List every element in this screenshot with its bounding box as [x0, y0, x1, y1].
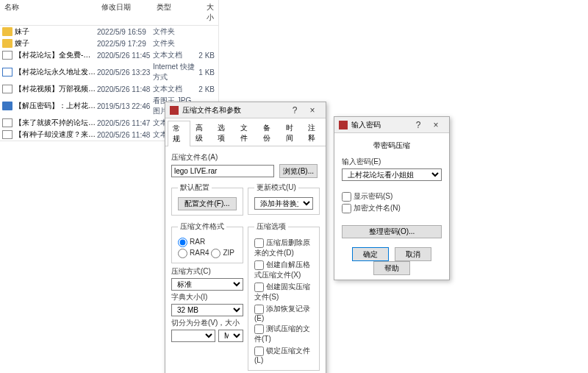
col-name[interactable]: 名称 [0, 0, 97, 25]
close-icon[interactable]: × [427, 120, 445, 130]
file-date: 2020/5/26 11:47 [97, 119, 153, 127]
password-dialog: 输入密码 ? × 带密码压缩 输入密码(E) 上村花论坛看小姐姐 显示密码(S)… [334, 116, 450, 280]
tab-5[interactable]: 时间 [281, 120, 304, 146]
format-legend: 压缩文件格式 [178, 221, 226, 232]
img-icon [2, 102, 12, 110]
option-4-checkbox[interactable] [254, 324, 264, 334]
method-select[interactable]: 标准 [171, 278, 243, 291]
file-date: 2020/5/26 11:45 [97, 51, 153, 60]
file-name: 妹子 [15, 26, 97, 37]
tab-3[interactable]: 文件 [235, 120, 258, 146]
col-type[interactable]: 类型 [152, 0, 196, 25]
archive-name-label: 压缩文件名(A) [171, 152, 320, 163]
folder-icon [2, 27, 12, 36]
col-size[interactable]: 大小 [196, 0, 218, 25]
option-1[interactable]: 创建自解压格式压缩文件(X) [254, 260, 313, 280]
url-icon [2, 68, 12, 77]
option-5-checkbox[interactable] [254, 347, 264, 356]
option-3[interactable]: 添加恢复记录(E) [254, 304, 313, 322]
table-row[interactable]: 【村花论坛】全免费-无套路-最新版.txt2020/5/26 11:45文本文档… [0, 49, 218, 61]
txt-icon [2, 85, 12, 93]
show-password[interactable]: 显示密码(S) [342, 191, 442, 202]
file-name: 【有种子却没速度？来村花论坛人工加... [15, 129, 97, 140]
organize-passwords-button[interactable]: 整理密码(O)... [342, 225, 442, 238]
update-mode-select[interactable]: 添加并替换文件 [254, 197, 313, 210]
close-icon[interactable]: × [304, 105, 321, 116]
file-date: 2019/5/13 22:46 [97, 102, 153, 110]
split-size-select[interactable] [171, 330, 215, 342]
dialog-title: 输入密码 [351, 120, 409, 130]
table-row[interactable]: 【村花视频】万部视频免费在线看.txt2020/5/26 11:48文本文档2 … [0, 83, 218, 95]
option-4[interactable]: 测试压缩的文件(T) [254, 324, 313, 344]
browse-button[interactable]: 浏览(B)... [279, 164, 318, 178]
txt-icon [2, 51, 12, 60]
tab-0[interactable]: 常规 [168, 121, 190, 146]
tab-1[interactable]: 高级 [190, 120, 213, 146]
archive-name-input[interactable] [171, 165, 274, 177]
method-label: 压缩方式(C) [171, 266, 243, 277]
option-1-checkbox[interactable] [254, 260, 264, 270]
cancel-button[interactable]: 取消 [395, 247, 431, 261]
col-date[interactable]: 修改日期 [97, 0, 153, 25]
table-row[interactable]: 嫂子2022/5/9 17:29文件夹 [0, 38, 218, 49]
file-date: 2020/5/26 11:48 [97, 85, 153, 93]
file-size: 2 KB [197, 51, 215, 60]
help-icon[interactable]: ? [286, 105, 304, 116]
password-heading: 带密码压缩 [342, 141, 442, 151]
format-rar[interactable]: RAR [178, 238, 237, 247]
password-label: 输入密码(E) [342, 157, 442, 167]
format-group: 压缩文件格式 RAR RAR4 ZIP [171, 221, 243, 263]
txt-icon [2, 130, 12, 139]
tab-4[interactable]: 备份 [258, 120, 281, 146]
options-group: 压缩选项 压缩后删除原来的文件(D)创建自解压格式压缩文件(X)创建固实压缩文件… [248, 221, 320, 371]
encrypt-names[interactable]: 加密文件名(N) [342, 203, 442, 213]
table-row[interactable]: 妹子2022/5/9 16:59文件夹 [0, 26, 218, 38]
format-rar4[interactable]: RAR4 [178, 249, 209, 257]
app-icon [339, 121, 348, 129]
dict-select[interactable]: 32 MB [171, 304, 243, 316]
app-icon [170, 106, 179, 115]
password-input[interactable]: 上村花论坛看小姐姐 [342, 168, 442, 181]
option-5[interactable]: 锁定压缩文件(L) [254, 346, 313, 364]
option-0[interactable]: 压缩后删除原来的文件(D) [254, 238, 313, 258]
file-type: Internet 快捷方式 [153, 62, 197, 82]
dict-label: 字典大小(I) [171, 292, 243, 302]
file-date: 2020/5/26 13:23 [97, 68, 153, 77]
option-2[interactable]: 创建固实压缩文件(S) [254, 282, 313, 302]
table-row[interactable]: 【村花论坛永久地址发布页】-点击打开2020/5/26 13:23Interne… [0, 61, 218, 83]
txt-icon [2, 118, 12, 127]
format-rar-radio[interactable] [178, 238, 187, 247]
titlebar[interactable]: 输入密码 ? × [334, 117, 449, 133]
file-type: 文本文档 [153, 84, 197, 94]
file-type: 文件夹 [153, 26, 197, 37]
file-date: 2022/5/9 17:29 [97, 40, 153, 48]
tabs: 常规高级选项文件备份时间注释 [165, 120, 326, 146]
format-zip-radio[interactable] [211, 249, 220, 258]
profile-button[interactable]: 配置文件(F)... [178, 197, 237, 210]
show-password-checkbox[interactable] [342, 192, 351, 202]
format-zip[interactable]: ZIP [211, 249, 234, 257]
split-label: 切分为分卷(V)，大小 [171, 318, 243, 328]
file-date: 2022/5/9 16:59 [97, 28, 153, 36]
option-0-checkbox[interactable] [254, 238, 264, 248]
file-type: 文本文档 [153, 50, 197, 60]
file-size: 2 KB [197, 85, 215, 93]
profile-group: 默认配置 配置文件(F)... [171, 182, 243, 216]
file-list-header: 名称 修改日期 类型 大小 [0, 0, 218, 26]
tab-2[interactable]: 选项 [212, 120, 235, 146]
help-button[interactable]: 帮助 [373, 261, 410, 275]
format-rar4-radio[interactable] [178, 249, 187, 258]
split-unit-select[interactable]: MB [218, 330, 243, 342]
update-legend: 更新模式(U) [254, 182, 298, 193]
titlebar[interactable]: 压缩文件名和参数 ? × [165, 102, 326, 118]
dialog-buttons: 确定 取消 帮助 [334, 243, 449, 280]
file-date: 2020/5/26 11:48 [97, 131, 153, 139]
ok-button[interactable]: 确定 [352, 247, 389, 261]
encrypt-names-checkbox[interactable] [342, 204, 351, 213]
option-3-checkbox[interactable] [254, 305, 264, 314]
option-2-checkbox[interactable] [254, 283, 264, 292]
file-name: 嫂子 [15, 38, 97, 49]
file-size: 1 KB [197, 68, 215, 77]
tab-6[interactable]: 注释 [303, 120, 326, 146]
help-icon[interactable]: ? [409, 120, 427, 130]
